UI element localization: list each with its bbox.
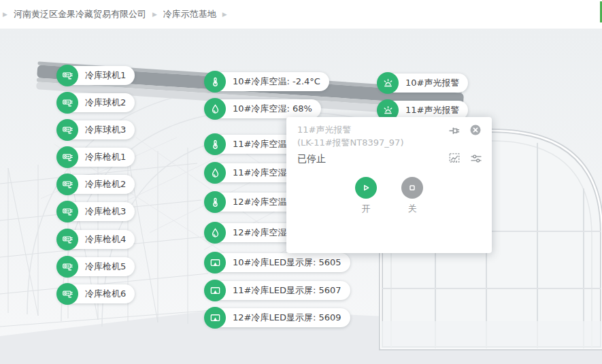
screen-cast-icon	[204, 280, 226, 301]
pill-label: 冷库球机1	[85, 69, 126, 82]
thermometer-icon	[204, 191, 226, 213]
sensor-pill-humidity-11[interactable]: 11#冷库空湿:	[205, 163, 299, 182]
sensor-pill-led-10[interactable]: 10#冷库LED显示屏: 5605	[205, 253, 350, 272]
pill-label: 11#冷库LED显示屏: 5607	[233, 284, 341, 297]
device-control-popup: 11#声光报警 (LK-11#报警NT8397_97) 已停止 开 关	[286, 117, 492, 253]
sensor-pill-temp-11[interactable]: 11#冷库空温:	[205, 135, 299, 154]
breadcrumb-arrow-icon: ▶	[152, 12, 157, 18]
pill-label: 冷库枪机6	[85, 288, 126, 300]
pill-label: 12#冷库空温:	[233, 196, 290, 208]
popup-status-text: 已停止	[297, 153, 326, 165]
sensor-pill-temp-12[interactable]: 12#冷库空温:	[205, 193, 299, 212]
pill-label: 10#声光报警	[405, 77, 459, 89]
device-pill-ball-camera-3[interactable]: 冷库球机3	[57, 120, 135, 139]
turn-on-button[interactable]: 开	[355, 177, 377, 215]
screen-cast-icon	[204, 252, 226, 274]
sensor-pill-humidity-12[interactable]: 12#冷库空湿:	[205, 223, 299, 242]
cctv-camera-icon	[56, 146, 78, 168]
cctv-camera-icon	[56, 283, 78, 305]
device-pill-gun-camera-2[interactable]: 冷库枪机2	[57, 175, 135, 194]
pin-icon[interactable]	[448, 125, 461, 137]
pill-label: 冷库枪机5	[85, 261, 126, 273]
pill-label: 冷库枪机1	[85, 151, 126, 163]
device-pill-gun-camera-5[interactable]: 冷库枪机5	[57, 257, 135, 276]
thermometer-icon	[204, 133, 226, 155]
device-pill-gun-camera-1[interactable]: 冷库枪机1	[57, 148, 135, 167]
pill-label: 冷库球机2	[85, 97, 126, 109]
popup-device-id: (LK-11#报警NT8397_97)	[297, 137, 403, 149]
sensor-pill-temp-10[interactable]: 10#冷库空温: -2.4°C	[205, 72, 329, 91]
breadcrumb-item-company[interactable]: 河南黄泛区金果冷藏贸易有限公司	[14, 8, 146, 20]
sensor-pill-led-11[interactable]: 11#冷库LED显示屏: 5607	[205, 281, 350, 300]
pill-label: 10#冷库LED显示屏: 5605	[233, 257, 341, 269]
breadcrumb-arrow-icon: ▶	[222, 12, 227, 18]
alarm-pill-10[interactable]: 10#声光报警	[378, 73, 468, 93]
cctv-camera-icon	[56, 173, 78, 195]
pill-label: 11#冷库空温:	[233, 138, 290, 150]
water-drop-icon	[204, 162, 226, 184]
breadcrumb-item-base[interactable]: 冷库示范基地	[163, 8, 216, 20]
popup-device-title: 11#声光报警	[297, 124, 351, 136]
turn-off-label: 关	[408, 203, 417, 215]
thermometer-icon	[204, 71, 226, 93]
sensor-pill-led-12[interactable]: 12#冷库LED显示屏: 5609	[205, 308, 350, 327]
device-pill-ball-camera-1[interactable]: 冷库球机1	[57, 66, 135, 85]
history-chart-icon[interactable]	[448, 152, 461, 164]
play-icon[interactable]	[355, 177, 377, 199]
water-drop-icon	[204, 222, 226, 244]
device-pill-gun-camera-4[interactable]: 冷库枪机4	[57, 230, 135, 249]
cctv-camera-icon	[56, 201, 78, 222]
pill-label: 冷库枪机4	[85, 233, 126, 246]
popup-button-row: 开 关	[286, 177, 492, 215]
pill-label: 10#冷库空温: -2.4°C	[233, 76, 320, 88]
cctv-camera-icon	[56, 65, 78, 86]
pill-label: 12#冷库LED显示屏: 5609	[233, 312, 341, 324]
siren-icon	[377, 72, 399, 94]
pill-label: 10#冷库空湿: 68%	[233, 103, 312, 115]
close-icon[interactable]	[469, 124, 482, 136]
cctv-camera-icon	[56, 92, 78, 114]
breadcrumb-arrow-icon: ▶	[3, 12, 7, 18]
sensor-pill-humidity-10[interactable]: 10#冷库空湿: 68%	[205, 99, 321, 118]
device-pill-gun-camera-3[interactable]: 冷库枪机3	[57, 202, 135, 221]
pill-label: 冷库枪机2	[85, 178, 126, 191]
cctv-camera-icon	[56, 229, 78, 250]
turn-off-button[interactable]: 关	[401, 177, 423, 215]
device-pill-ball-camera-2[interactable]: 冷库球机2	[57, 93, 135, 112]
device-pill-gun-camera-6[interactable]: 冷库枪机6	[57, 284, 135, 303]
turn-on-label: 开	[362, 203, 371, 215]
stop-icon[interactable]	[401, 177, 423, 199]
water-drop-icon	[204, 98, 226, 120]
screen-cast-icon	[204, 307, 226, 329]
pill-label: 11#声光报警	[405, 104, 459, 116]
pill-label: 12#冷库空湿:	[233, 227, 290, 239]
pill-label: 冷库枪机3	[85, 205, 126, 218]
breadcrumb: ▶ 河南黄泛区金果冷藏贸易有限公司 ▶ 冷库示范基地 ▶	[0, 0, 602, 29]
cctv-camera-icon	[56, 119, 78, 141]
cold-storage-monitor-page: ▶ 河南黄泛区金果冷藏贸易有限公司 ▶ 冷库示范基地 ▶ 冷库球机1 冷库球机2…	[0, 0, 602, 364]
cctv-camera-icon	[56, 256, 78, 278]
pill-label: 冷库球机3	[85, 124, 126, 136]
settings-sliders-icon[interactable]	[470, 152, 482, 165]
pill-label: 11#冷库空湿:	[233, 167, 290, 179]
